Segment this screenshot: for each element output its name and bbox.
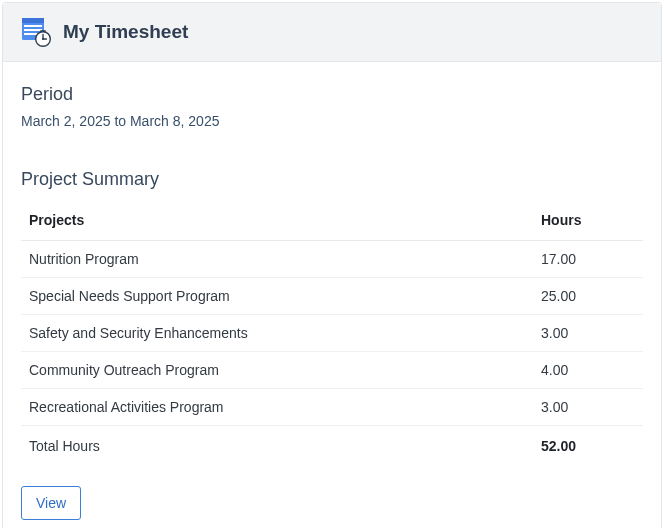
project-name: Community Outreach Program: [21, 352, 533, 389]
summary-heading: Project Summary: [21, 169, 643, 190]
card-title: My Timesheet: [63, 21, 188, 43]
project-name: Nutrition Program: [21, 241, 533, 278]
svg-rect-3: [24, 29, 42, 31]
svg-rect-1: [22, 18, 44, 23]
table-row: Recreational Activities Program 3.00: [21, 389, 643, 426]
card-header: My Timesheet: [3, 3, 661, 62]
table-row: Special Needs Support Program 25.00: [21, 278, 643, 315]
svg-rect-2: [24, 25, 42, 27]
table-row: Nutrition Program 17.00: [21, 241, 643, 278]
project-hours: 3.00: [533, 315, 643, 352]
table-row: Safety and Security Enhancements 3.00: [21, 315, 643, 352]
table-row: Community Outreach Program 4.00: [21, 352, 643, 389]
total-label: Total Hours: [21, 426, 533, 467]
total-row: Total Hours 52.00: [21, 426, 643, 467]
timesheet-card: My Timesheet Period March 2, 2025 to Mar…: [2, 2, 662, 528]
project-name: Special Needs Support Program: [21, 278, 533, 315]
project-summary-table: Projects Hours Nutrition Program 17.00 S…: [21, 204, 643, 466]
project-hours: 17.00: [533, 241, 643, 278]
project-hours: 4.00: [533, 352, 643, 389]
card-body: Period March 2, 2025 to March 8, 2025 Pr…: [3, 62, 661, 528]
svg-rect-6: [40, 30, 46, 32]
period-value: March 2, 2025 to March 8, 2025: [21, 113, 643, 129]
project-name: Safety and Security Enhancements: [21, 315, 533, 352]
period-heading: Period: [21, 84, 643, 105]
svg-point-9: [42, 38, 44, 40]
project-name: Recreational Activities Program: [21, 389, 533, 426]
total-hours: 52.00: [533, 426, 643, 467]
project-hours: 3.00: [533, 389, 643, 426]
timesheet-icon: [21, 17, 51, 47]
project-hours: 25.00: [533, 278, 643, 315]
view-button[interactable]: View: [21, 486, 81, 520]
col-projects: Projects: [21, 204, 533, 241]
col-hours: Hours: [533, 204, 643, 241]
